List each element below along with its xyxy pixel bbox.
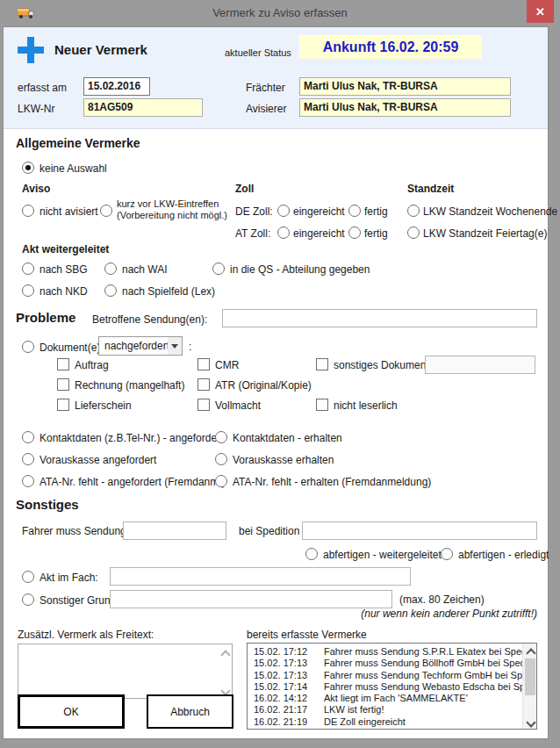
checkbox-cmr[interactable]: [197, 358, 210, 370]
radio-vorauskasse-erhalten[interactable]: [215, 453, 227, 465]
checkbox-auftrag[interactable]: [57, 358, 69, 370]
radio-at-zoll-fertig[interactable]: [348, 227, 361, 239]
radio-ata-erhalten[interactable]: [215, 475, 227, 487]
radio-dokumente[interactable]: [22, 341, 34, 353]
list-item[interactable]: 16.02. 21:17LKW ist fertig!: [248, 704, 522, 716]
freitext-textarea[interactable]: [18, 644, 233, 699]
radio-kontaktdaten-erhalten[interactable]: [215, 431, 227, 443]
radio-keine-auswahl-label[interactable]: keine Auswahl: [39, 162, 107, 175]
dokumente-dropdown[interactable]: nachgefordert: [98, 336, 183, 356]
radio-de-zoll-eingereicht-label[interactable]: eingereicht: [293, 205, 345, 218]
dokumente-dropdown-value: nachgefordert: [104, 340, 169, 352]
fraechter-field[interactable]: Marti Ulus Nak, TR-BURSA: [299, 77, 511, 96]
radio-vorauskasse-angefordert-label[interactable]: Vorauskasse angefordert: [39, 454, 156, 466]
radio-kontaktdaten-erhalten-label[interactable]: Kontaktdaten - erhalten: [233, 432, 342, 444]
radio-qs-abteilung-label[interactable]: in die QS - Abteilung gegeben: [230, 263, 370, 276]
radio-at-zoll-eingereicht-label[interactable]: eingereicht: [293, 227, 345, 240]
scroll-down-icon[interactable]: [221, 686, 228, 693]
sonstiges-dokument-input[interactable]: [425, 356, 535, 374]
dropdown-arrow-zone[interactable]: [168, 337, 182, 355]
sonstiger-grund-input[interactable]: [110, 590, 392, 608]
radio-kurz-vor-eintreffen-label2[interactable]: (Vorbereitung nicht mögl.): [117, 210, 227, 220]
fahrer-muss-sendung-label: Fahrer muss Sendung: [22, 525, 126, 537]
checkbox-lieferschein[interactable]: [57, 399, 69, 411]
radio-nach-nkd[interactable]: [22, 284, 34, 297]
radio-abfertigen-erledigt[interactable]: [441, 548, 453, 560]
radio-de-zoll-eingereicht[interactable]: [277, 205, 290, 217]
radio-nach-nkd-label[interactable]: nach NKD: [39, 285, 88, 298]
radio-nach-spielfeld[interactable]: [104, 284, 117, 297]
radio-de-zoll-fertig-label[interactable]: fertig: [364, 205, 388, 218]
checkbox-atr[interactable]: [197, 378, 210, 391]
ok-button[interactable]: OK: [18, 694, 125, 729]
radio-nicht-avisiert-label[interactable]: nicht avisiert: [39, 205, 98, 218]
checkbox-sonstiges-dokument[interactable]: [316, 358, 328, 370]
lkw-nr-field[interactable]: 81AG509: [83, 98, 203, 117]
radio-standzeit-wochenende-label[interactable]: LKW Standzeit Wochenende: [423, 205, 557, 218]
radio-sonstiger-grund-label[interactable]: Sonstiger Grund:: [39, 594, 119, 607]
status-label: aktueller Status: [225, 47, 291, 58]
scroll-up-icon[interactable]: [527, 648, 534, 655]
checkbox-vollmacht-label[interactable]: Vollmacht: [215, 399, 261, 412]
radio-dokumente-label[interactable]: Dokument(e): [39, 342, 100, 354]
listbox-scrollbar[interactable]: [522, 644, 536, 729]
erfasst-am-field[interactable]: 15.02.2016: [83, 77, 150, 96]
vermerke-listbox[interactable]: 15.02. 17:12Fahrer muss Sendung S.P.R.L …: [247, 643, 537, 730]
radio-kurz-vor-eintreffen-label1[interactable]: kurz vor LKW-Eintreffen: [117, 198, 219, 209]
checkbox-auftrag-label[interactable]: Auftrag: [75, 359, 109, 371]
radio-standzeit-feiertag-label[interactable]: LKW Standzeit Feiertag(e): [423, 227, 547, 240]
radio-nach-spielfeld-label[interactable]: nach Spielfeld (Lex): [122, 285, 215, 298]
radio-abfertigen-weitergeleitet[interactable]: [305, 548, 318, 560]
checkbox-rechnung[interactable]: [57, 378, 69, 391]
list-item[interactable]: 15.02. 17:13Fahrer muss Sendung Techform…: [248, 670, 522, 681]
list-item[interactable]: 16.02. 21:19DE Zoll eingereicht: [248, 716, 522, 728]
radio-akt-im-fach-label[interactable]: Akt im Fach:: [39, 572, 98, 584]
radio-at-zoll-fertig-label[interactable]: fertig: [364, 227, 388, 240]
radio-standzeit-wochenende[interactable]: [407, 205, 420, 217]
radio-nach-sbg[interactable]: [22, 263, 34, 275]
radio-standzeit-feiertag[interactable]: [407, 227, 420, 239]
fahrer-sendung-input[interactable]: [123, 521, 226, 540]
abbruch-button[interactable]: Abbruch: [147, 694, 233, 729]
checkbox-rechnung-label[interactable]: Rechnung (mangelhaft): [75, 379, 184, 392]
checkbox-vollmacht[interactable]: [197, 399, 210, 411]
radio-qs-abteilung[interactable]: [212, 263, 225, 275]
radio-nicht-avisiert[interactable]: [22, 205, 34, 217]
radio-keine-auswahl[interactable]: [22, 162, 34, 174]
avisierer-field[interactable]: Marti Ulus Nak, TR-BURSA: [299, 98, 511, 117]
radio-kontaktdaten-angefordert[interactable]: [22, 431, 34, 443]
radio-nach-sbg-label[interactable]: nach SBG: [39, 263, 88, 276]
scrollbar-thumb[interactable]: [525, 658, 535, 695]
bei-spedition-input[interactable]: [302, 521, 537, 540]
radio-ata-angefordert[interactable]: [22, 475, 34, 487]
radio-abfertigen-weitergeleitet-label[interactable]: abfertigen - weitergeleitet: [323, 549, 442, 561]
betroffene-sendungen-input[interactable]: [222, 309, 537, 327]
radio-nach-wai-label[interactable]: nach WAI: [122, 263, 168, 276]
list-item[interactable]: 16.02. 14:12Akt liegt im Fach 'SAMMELAKT…: [248, 693, 522, 704]
radio-kontaktdaten-angefordert-label[interactable]: Kontaktdaten (z.B.Tel-Nr.) - angefordert: [39, 432, 223, 444]
scroll-down-icon[interactable]: [527, 717, 534, 724]
list-item[interactable]: 15.02. 17:14Fahrer muss Sendung Webasto …: [248, 681, 522, 693]
checkbox-nicht-leserlich-label[interactable]: nicht leserlich: [334, 399, 398, 412]
close-button[interactable]: ✕: [527, 0, 554, 23]
list-item[interactable]: 15.02. 17:12Fahrer muss Sendung S.P.R.L …: [248, 646, 522, 658]
scroll-up-icon[interactable]: [221, 650, 228, 657]
radio-akt-im-fach[interactable]: [22, 571, 34, 583]
checkbox-sonstiges-dokument-label[interactable]: sonstiges Dokument:: [334, 359, 432, 371]
radio-at-zoll-eingereicht[interactable]: [277, 227, 290, 239]
radio-ata-erhalten-label[interactable]: ATA-Nr. fehlt - erhalten (Fremdanmeldung…: [233, 476, 431, 488]
radio-abfertigen-erledigt-label[interactable]: abfertigen - erledigt: [458, 549, 549, 561]
list-item[interactable]: 15.02. 17:13Fahrer muss Sendung Böllhoff…: [248, 658, 522, 669]
checkbox-cmr-label[interactable]: CMR: [215, 359, 239, 371]
checkbox-lieferschein-label[interactable]: Lieferschein: [75, 399, 132, 412]
radio-de-zoll-fertig[interactable]: [348, 205, 361, 217]
radio-kurz-vor-eintreffen[interactable]: [100, 205, 112, 217]
akt-im-fach-input[interactable]: [110, 567, 411, 586]
radio-vorauskasse-angefordert[interactable]: [22, 453, 34, 465]
radio-vorauskasse-erhalten-label[interactable]: Vorauskasse erhalten: [233, 454, 334, 466]
checkbox-atr-label[interactable]: ATR (Original/Kopie): [215, 379, 312, 392]
checkbox-nicht-leserlich[interactable]: [316, 399, 328, 411]
radio-nach-wai[interactable]: [104, 263, 117, 275]
radio-sonstiger-grund[interactable]: [22, 593, 34, 606]
radio-ata-angefordert-label[interactable]: ATA-Nr. fehlt - angefordert (Fremdanm.): [39, 476, 226, 488]
